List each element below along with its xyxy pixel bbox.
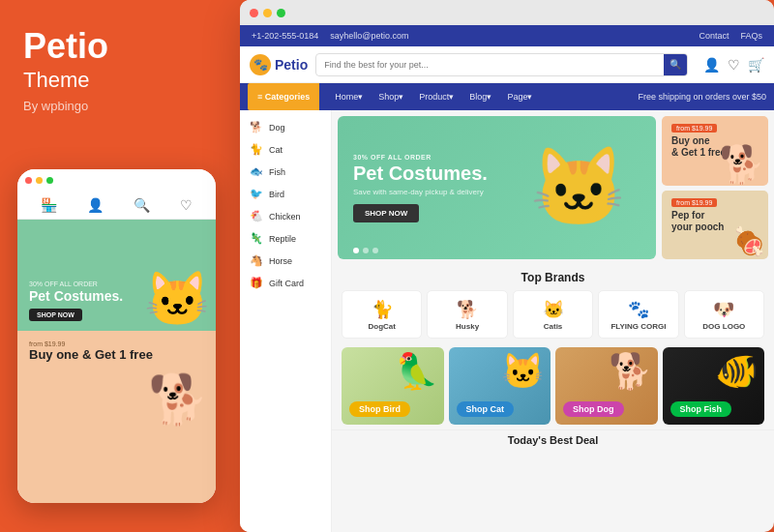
mobile-hero-text: 30% OFF ALL ORDER Pet Costumes. SHOP NOW xyxy=(29,281,123,321)
menu-page[interactable]: Page▾ xyxy=(499,83,540,110)
sidebar-item-dog[interactable]: 🐕 Dog xyxy=(240,116,331,138)
hero-dot-3[interactable] xyxy=(372,248,378,253)
navbar: 🐾 Petio 🔍 👤 ♡ 🛒 xyxy=(240,46,774,83)
shop-dog-button[interactable]: Shop Dog xyxy=(563,401,624,417)
mobile-promo-title: Buy one & Get 1 free xyxy=(29,347,204,363)
reptile-icon: 🦎 xyxy=(250,232,263,245)
side-banner-from-bottom: from $19.99 xyxy=(671,198,717,207)
sidebar-item-chicken[interactable]: 🐔 Chicken xyxy=(240,205,331,227)
brand-dogcat-icon: 🐈 xyxy=(372,299,393,320)
sidebar-item-horse[interactable]: 🐴 Horse xyxy=(240,250,331,272)
search-input[interactable] xyxy=(316,60,664,70)
desktop-titlebar xyxy=(240,0,774,25)
side-banner-top: from $19.99 Buy one& Get 1 free 🐕 xyxy=(662,116,768,186)
mobile-mockup: 🏪 👤 🔍 ♡ 30% OFF ALL ORDER Pet Costumes. … xyxy=(17,169,216,503)
mobile-store-icon: 🏪 xyxy=(41,197,57,213)
menu-blog[interactable]: Blog▾ xyxy=(461,83,499,110)
topbar-left: +1-202-555-0184 sayhello@petio.com xyxy=(252,31,409,41)
shop-card-dog: 🐕 Shop Dog xyxy=(555,347,658,425)
fish-icon: 🐟 xyxy=(250,165,263,178)
brand-flyingcorgi-label: FLYING CORGI xyxy=(610,322,666,331)
nav-search[interactable]: 🔍 xyxy=(315,53,688,76)
topbar-contact[interactable]: Contact xyxy=(699,31,729,41)
mobile-promo: from $19.99 Buy one & Get 1 free 🐕 xyxy=(17,331,216,428)
mobile-promo-dog-icon: 🐕 xyxy=(148,371,208,428)
sidebar-item-fish[interactable]: 🐟 Fish xyxy=(240,161,331,183)
sidebar-label-bird: Bird xyxy=(269,190,284,199)
shop-grid: 🦜 Shop Bird 🐱 Shop Cat 🐕 Shop Dog 🐠 Shop… xyxy=(332,342,774,429)
sidebar-item-reptile[interactable]: 🦎 Reptile xyxy=(240,227,331,250)
shop-bird-button[interactable]: Shop Bird xyxy=(349,401,410,417)
nav-logo-text: Petio xyxy=(275,57,308,73)
brand-card-husky[interactable]: 🐕 Husky xyxy=(427,290,507,339)
sidebar-label-dog: Dog xyxy=(269,123,285,133)
brands-title: Top Brands xyxy=(342,271,764,284)
brand-card-catis[interactable]: 🐱 Catis xyxy=(513,290,593,339)
sidebar-label-giftcard: Gift Card xyxy=(269,279,304,288)
desktop-dot-red xyxy=(250,9,258,17)
sidebar-label-chicken: Chicken xyxy=(269,212,301,222)
shop-fish-button[interactable]: Shop Fish xyxy=(670,401,732,417)
bird-icon: 🐦 xyxy=(250,188,263,200)
brand-husky-icon: 🐕 xyxy=(457,299,478,320)
menu-shop[interactable]: Shop▾ xyxy=(371,83,411,110)
user-icon[interactable]: 👤 xyxy=(703,57,720,73)
brands-section: Top Brands 🐈 DogCat 🐕 Husky 🐱 Catis xyxy=(332,265,774,342)
brand-catis-label: Catis xyxy=(544,322,563,331)
mobile-dot-red xyxy=(25,177,32,184)
hero-dot-1[interactable] xyxy=(353,248,359,253)
sidebar-item-bird[interactable]: 🐦 Bird xyxy=(240,183,331,205)
nav-icons: 👤 ♡ 🛒 xyxy=(703,57,764,73)
mobile-heart-icon: ♡ xyxy=(180,197,193,213)
hero-dot-2[interactable] xyxy=(363,248,369,253)
deals-heading: Today's Best Deal xyxy=(332,429,774,448)
desktop-dot-green xyxy=(277,9,285,17)
hero-dots xyxy=(353,248,378,253)
topbar-faqs[interactable]: FAQs xyxy=(740,31,762,41)
content-area: 30% OFF ALL ORDER Pet Costumes. Save wit… xyxy=(332,110,774,532)
sidebar: 🐕 Dog 🐈 Cat 🐟 Fish 🐦 Bird 🐔 Chicken 🦎 xyxy=(240,110,332,532)
chicken-icon: 🐔 xyxy=(250,210,263,222)
hero-shop-now-button[interactable]: SHOP NOW xyxy=(353,204,419,222)
shop-cat-button[interactable]: Shop Cat xyxy=(457,401,515,417)
brand-card-flyingcorgi[interactable]: 🐾 FLYING CORGI xyxy=(598,290,678,339)
cat-icon: 🐈 xyxy=(250,143,263,156)
topbar: +1-202-555-0184 sayhello@petio.com Conta… xyxy=(240,25,774,46)
brand-card-doglogo[interactable]: 🐶 DOG LOGO xyxy=(684,290,764,339)
desktop-mockup: +1-202-555-0184 sayhello@petio.com Conta… xyxy=(240,0,774,532)
topbar-right: Contact FAQs xyxy=(699,31,762,41)
brand-catis-icon: 🐱 xyxy=(543,299,564,320)
mobile-dot-yellow xyxy=(36,177,43,184)
menu-home[interactable]: Home▾ xyxy=(327,83,371,110)
shop-card-cat: 🐱 Shop Cat xyxy=(449,347,551,425)
free-shipping-notice: Free shipping on orders over $50 xyxy=(638,92,766,102)
menubar: ≡ Categories Home▾ Shop▾ Product▾ Blog▾ … xyxy=(240,83,774,110)
mobile-search-icon: 🔍 xyxy=(134,197,150,213)
sidebar-label-cat: Cat xyxy=(269,145,283,155)
fish-animal-icon: 🐠 xyxy=(715,351,759,392)
side-banners: from $19.99 Buy one& Get 1 free 🐕 from $… xyxy=(662,116,768,259)
mobile-shop-now-button[interactable]: SHOP NOW xyxy=(29,309,82,321)
brand-doglogo-icon: 🐶 xyxy=(713,299,734,320)
nav-logo[interactable]: 🐾 Petio xyxy=(250,54,308,75)
mobile-hero: 30% OFF ALL ORDER Pet Costumes. SHOP NOW… xyxy=(17,220,216,331)
menu-items: Home▾ Shop▾ Product▾ Blog▾ Page▾ xyxy=(319,83,540,110)
sidebar-label-horse: Horse xyxy=(269,256,292,266)
brand-doglogo-label: DOG LOGO xyxy=(702,322,745,331)
cart-icon[interactable]: 🛒 xyxy=(748,57,764,73)
horse-icon: 🐴 xyxy=(250,254,263,267)
sidebar-label-reptile: Reptile xyxy=(269,234,296,244)
side-banner-dog-icon: 🐕 xyxy=(719,143,764,186)
sidebar-item-cat[interactable]: 🐈 Cat xyxy=(240,138,331,161)
search-button[interactable]: 🔍 xyxy=(664,54,687,75)
categories-button[interactable]: ≡ Categories xyxy=(248,83,319,110)
wishlist-icon[interactable]: ♡ xyxy=(728,57,740,73)
sidebar-label-fish: Fish xyxy=(269,167,285,177)
brand-card-dogcat[interactable]: 🐈 DogCat xyxy=(342,290,422,339)
brands-grid: 🐈 DogCat 🐕 Husky 🐱 Catis 🐾 FLYING CORGI xyxy=(342,290,764,339)
mobile-hero-title: Pet Costumes. xyxy=(29,289,123,304)
mobile-bottom-strip xyxy=(17,428,216,503)
sidebar-item-giftcard[interactable]: 🎁 Gift Card xyxy=(240,272,331,294)
menu-product[interactable]: Product▾ xyxy=(411,83,461,110)
desktop-dot-yellow xyxy=(263,9,272,17)
